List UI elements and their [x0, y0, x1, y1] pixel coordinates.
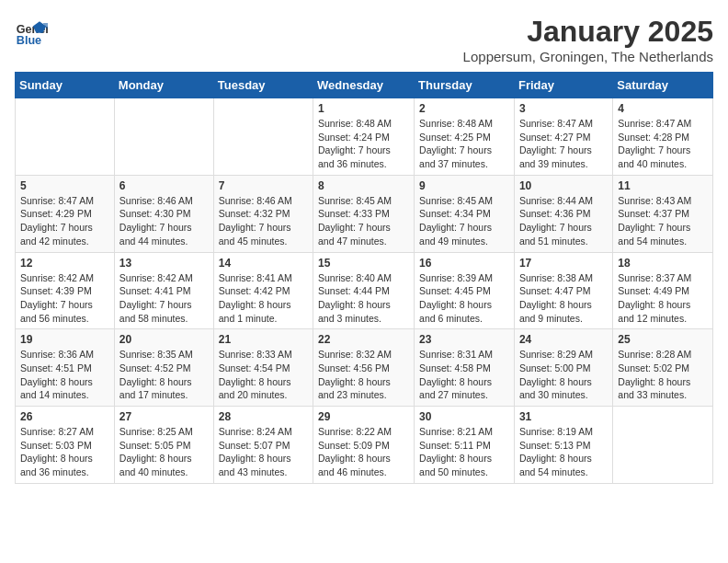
day-number: 29 — [318, 410, 409, 423]
logo: General Blue — [15, 15, 48, 48]
weekday-header: Wednesday — [313, 73, 415, 98]
calendar-cell: 15Sunrise: 8:40 AM Sunset: 4:44 PM Dayli… — [313, 252, 415, 329]
day-number: 31 — [519, 410, 608, 423]
day-number: 18 — [618, 257, 708, 270]
cell-content: Sunrise: 8:40 AM Sunset: 4:44 PM Dayligh… — [318, 271, 409, 326]
day-number: 2 — [419, 102, 509, 115]
calendar-cell: 9Sunrise: 8:45 AM Sunset: 4:34 PM Daylig… — [415, 175, 515, 252]
calendar-cell — [213, 98, 313, 176]
weekday-header: Friday — [514, 73, 612, 98]
day-number: 22 — [318, 333, 409, 346]
day-number: 12 — [20, 257, 109, 270]
cell-content: Sunrise: 8:47 AM Sunset: 4:29 PM Dayligh… — [20, 194, 109, 248]
cell-content: Sunrise: 8:47 AM Sunset: 4:28 PM Dayligh… — [618, 117, 708, 171]
calendar-week-row: 12Sunrise: 8:42 AM Sunset: 4:39 PM Dayli… — [16, 252, 713, 329]
day-number: 1 — [318, 102, 409, 115]
weekday-header: Tuesday — [213, 73, 313, 98]
day-number: 10 — [519, 179, 608, 192]
calendar-cell: 19Sunrise: 8:36 AM Sunset: 4:51 PM Dayli… — [16, 329, 115, 407]
cell-content: Sunrise: 8:33 AM Sunset: 4:54 PM Dayligh… — [219, 348, 308, 402]
day-number: 15 — [318, 257, 409, 270]
cell-content: Sunrise: 8:25 AM Sunset: 5:05 PM Dayligh… — [119, 425, 209, 479]
calendar-table: SundayMondayTuesdayWednesdayThursdayFrid… — [15, 72, 713, 484]
calendar-cell: 27Sunrise: 8:25 AM Sunset: 5:05 PM Dayli… — [114, 407, 213, 484]
calendar-header-row: SundayMondayTuesdayWednesdayThursdayFrid… — [16, 73, 713, 98]
calendar-cell — [16, 98, 115, 176]
calendar-cell: 8Sunrise: 8:45 AM Sunset: 4:33 PM Daylig… — [313, 175, 415, 252]
calendar-cell: 31Sunrise: 8:19 AM Sunset: 5:13 PM Dayli… — [514, 407, 612, 484]
cell-content: Sunrise: 8:48 AM Sunset: 4:24 PM Dayligh… — [318, 117, 409, 171]
cell-content: Sunrise: 8:32 AM Sunset: 4:56 PM Dayligh… — [318, 348, 409, 402]
cell-content: Sunrise: 8:44 AM Sunset: 4:36 PM Dayligh… — [519, 194, 608, 248]
day-number: 26 — [20, 410, 109, 423]
calendar-cell: 4Sunrise: 8:47 AM Sunset: 4:28 PM Daylig… — [613, 98, 713, 176]
calendar-week-row: 19Sunrise: 8:36 AM Sunset: 4:51 PM Dayli… — [16, 329, 713, 407]
day-number: 5 — [20, 179, 109, 192]
day-number: 4 — [618, 102, 708, 115]
cell-content: Sunrise: 8:22 AM Sunset: 5:09 PM Dayligh… — [318, 425, 409, 479]
cell-content: Sunrise: 8:28 AM Sunset: 5:02 PM Dayligh… — [618, 348, 708, 402]
cell-content: Sunrise: 8:24 AM Sunset: 5:07 PM Dayligh… — [219, 425, 308, 479]
weekday-header: Thursday — [415, 73, 515, 98]
day-number: 25 — [618, 333, 708, 346]
calendar-cell: 7Sunrise: 8:46 AM Sunset: 4:32 PM Daylig… — [213, 175, 313, 252]
calendar-cell: 13Sunrise: 8:42 AM Sunset: 4:41 PM Dayli… — [114, 252, 213, 329]
calendar-cell: 1Sunrise: 8:48 AM Sunset: 4:24 PM Daylig… — [313, 98, 415, 176]
logo-icon: General Blue — [15, 15, 48, 48]
calendar-cell: 18Sunrise: 8:37 AM Sunset: 4:49 PM Dayli… — [613, 252, 713, 329]
day-number: 23 — [419, 333, 509, 346]
cell-content: Sunrise: 8:47 AM Sunset: 4:27 PM Dayligh… — [519, 117, 608, 171]
day-number: 20 — [119, 333, 209, 346]
cell-content: Sunrise: 8:21 AM Sunset: 5:11 PM Dayligh… — [419, 425, 509, 479]
page-header: General Blue January 2025 Loppersum, Gro… — [15, 15, 713, 64]
calendar-cell: 20Sunrise: 8:35 AM Sunset: 4:52 PM Dayli… — [114, 329, 213, 407]
calendar-cell: 25Sunrise: 8:28 AM Sunset: 5:02 PM Dayli… — [613, 329, 713, 407]
cell-content: Sunrise: 8:42 AM Sunset: 4:41 PM Dayligh… — [119, 271, 209, 326]
cell-content: Sunrise: 8:45 AM Sunset: 4:34 PM Dayligh… — [419, 194, 509, 248]
cell-content: Sunrise: 8:46 AM Sunset: 4:30 PM Dayligh… — [119, 194, 209, 248]
weekday-header: Saturday — [613, 73, 713, 98]
calendar-cell: 3Sunrise: 8:47 AM Sunset: 4:27 PM Daylig… — [514, 98, 612, 176]
day-number: 3 — [519, 102, 608, 115]
cell-content: Sunrise: 8:36 AM Sunset: 4:51 PM Dayligh… — [20, 348, 109, 402]
location: Loppersum, Groningen, The Netherlands — [463, 49, 713, 64]
calendar-week-row: 26Sunrise: 8:27 AM Sunset: 5:03 PM Dayli… — [16, 407, 713, 484]
calendar-cell: 5Sunrise: 8:47 AM Sunset: 4:29 PM Daylig… — [16, 175, 115, 252]
cell-content: Sunrise: 8:41 AM Sunset: 4:42 PM Dayligh… — [219, 271, 308, 326]
calendar-cell: 21Sunrise: 8:33 AM Sunset: 4:54 PM Dayli… — [213, 329, 313, 407]
day-number: 17 — [519, 257, 608, 270]
day-number: 21 — [219, 333, 308, 346]
weekday-header: Monday — [114, 73, 213, 98]
cell-content: Sunrise: 8:39 AM Sunset: 4:45 PM Dayligh… — [419, 271, 509, 326]
calendar-cell: 10Sunrise: 8:44 AM Sunset: 4:36 PM Dayli… — [514, 175, 612, 252]
calendar-cell: 14Sunrise: 8:41 AM Sunset: 4:42 PM Dayli… — [213, 252, 313, 329]
cell-content: Sunrise: 8:37 AM Sunset: 4:49 PM Dayligh… — [618, 271, 708, 326]
calendar-week-row: 5Sunrise: 8:47 AM Sunset: 4:29 PM Daylig… — [16, 175, 713, 252]
month-title: January 2025 — [463, 15, 713, 49]
calendar-cell: 16Sunrise: 8:39 AM Sunset: 4:45 PM Dayli… — [415, 252, 515, 329]
day-number: 14 — [219, 257, 308, 270]
cell-content: Sunrise: 8:42 AM Sunset: 4:39 PM Dayligh… — [20, 271, 109, 326]
calendar-cell: 29Sunrise: 8:22 AM Sunset: 5:09 PM Dayli… — [313, 407, 415, 484]
day-number: 28 — [219, 410, 308, 423]
calendar-cell: 24Sunrise: 8:29 AM Sunset: 5:00 PM Dayli… — [514, 329, 612, 407]
calendar-cell — [613, 407, 713, 484]
svg-text:Blue: Blue — [17, 34, 41, 47]
title-block: January 2025 Loppersum, Groningen, The N… — [463, 15, 713, 64]
day-number: 7 — [219, 179, 308, 192]
cell-content: Sunrise: 8:46 AM Sunset: 4:32 PM Dayligh… — [219, 194, 308, 248]
cell-content: Sunrise: 8:48 AM Sunset: 4:25 PM Dayligh… — [419, 117, 509, 171]
weekday-header: Sunday — [16, 73, 115, 98]
day-number: 9 — [419, 179, 509, 192]
calendar-cell: 6Sunrise: 8:46 AM Sunset: 4:30 PM Daylig… — [114, 175, 213, 252]
day-number: 6 — [119, 179, 209, 192]
calendar-cell: 12Sunrise: 8:42 AM Sunset: 4:39 PM Dayli… — [16, 252, 115, 329]
cell-content: Sunrise: 8:29 AM Sunset: 5:00 PM Dayligh… — [519, 348, 608, 402]
calendar-cell: 2Sunrise: 8:48 AM Sunset: 4:25 PM Daylig… — [415, 98, 515, 176]
day-number: 11 — [618, 179, 708, 192]
calendar-cell: 11Sunrise: 8:43 AM Sunset: 4:37 PM Dayli… — [613, 175, 713, 252]
cell-content: Sunrise: 8:35 AM Sunset: 4:52 PM Dayligh… — [119, 348, 209, 402]
cell-content: Sunrise: 8:43 AM Sunset: 4:37 PM Dayligh… — [618, 194, 708, 248]
calendar-cell: 22Sunrise: 8:32 AM Sunset: 4:56 PM Dayli… — [313, 329, 415, 407]
cell-content: Sunrise: 8:27 AM Sunset: 5:03 PM Dayligh… — [20, 425, 109, 479]
